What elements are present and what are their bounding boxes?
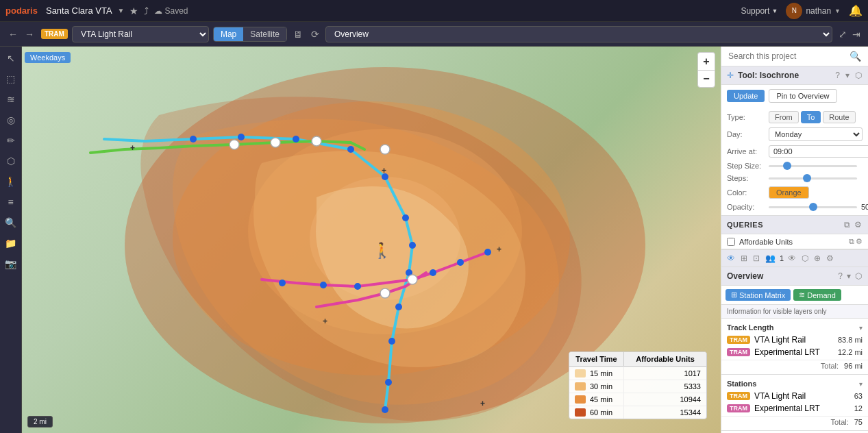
search-input[interactable] (728, 51, 845, 61)
zoom-in-btn[interactable]: + (697, 52, 715, 70)
expand-btns: ⤢ ⇥ (836, 27, 863, 42)
fullscreen-icon[interactable]: ⇥ (850, 27, 863, 42)
layer-settings-btn[interactable]: ⚙ (825, 252, 835, 264)
select-icon[interactable]: ⬚ (4, 71, 17, 86)
zoom-search-icon[interactable]: 🔍 (3, 215, 18, 230)
layer-stack-btn[interactable]: ⊞ (739, 252, 749, 264)
travel-legend: Travel Time Affordable Units 15 min 1017… (569, 351, 707, 419)
step-size-label: Step Size: (727, 162, 765, 170)
scale-bar: 2 mi (27, 416, 53, 428)
redo-toolbar-btn[interactable]: → (22, 27, 37, 41)
track-total-row: Total: 96 mi (721, 360, 868, 371)
user-dropdown-icon: ▼ (834, 8, 841, 14)
draw-icon[interactable]: ✏ (5, 133, 17, 148)
type-to-btn[interactable]: To (801, 111, 821, 123)
star-icon[interactable]: ★ (129, 5, 138, 16)
cloud-icon: ☁ (154, 6, 162, 16)
queries-copy-btn[interactable]: ⧉ (843, 219, 851, 230)
query-gear-btn[interactable]: ⚙ (856, 237, 863, 246)
station-row-0: TRAM VTA Light Rail 63 (721, 390, 868, 402)
search-bar: 🔍 (721, 47, 868, 66)
day-select[interactable]: Monday (769, 127, 863, 141)
overview-help-btn[interactable]: ? (837, 271, 843, 282)
opacity-value: 50% (860, 203, 868, 211)
track-length-header[interactable]: Track Length ▾ (721, 321, 868, 334)
stations-header[interactable]: Stations ▾ (721, 378, 868, 390)
tab-station-matrix[interactable]: ⊞ Station Matrix (726, 289, 791, 301)
transit-tool-icon[interactable]: 🚶 (3, 174, 18, 189)
map-btn[interactable]: Map (214, 27, 243, 41)
layer-eye-btn[interactable]: 👁 (726, 252, 736, 264)
expand-icon[interactable]: ⤢ (836, 27, 849, 42)
tool-expand-btn[interactable]: ▾ (845, 70, 850, 81)
overview-tabs: ⊞ Station Matrix ≋ Demand (721, 286, 868, 305)
layer-export-btn[interactable]: ⬡ (800, 252, 810, 264)
user-name[interactable]: nathan (806, 6, 831, 16)
update-btn[interactable]: Update (727, 90, 765, 102)
query-name: Affordable Units (739, 238, 845, 246)
map-area[interactable]: 🚶 + + + + + + Weekdays + − 2 mi Travel T… (22, 47, 721, 433)
steps-row: Steps: 4 (727, 174, 863, 182)
files-icon[interactable]: 📁 (3, 236, 18, 251)
tool-actions: Update Pin to Overview (721, 85, 868, 107)
tool-help-btn[interactable]: ? (834, 70, 841, 81)
node-tool-icon[interactable]: ⬡ (5, 153, 17, 169)
support-btn[interactable]: Support ▼ (741, 6, 778, 16)
type-buttons: From To Route (769, 111, 856, 123)
capture-icon[interactable]: 📷 (3, 256, 18, 271)
type-from-btn[interactable]: From (769, 111, 799, 123)
undo-toolbar-btn[interactable]: ← (5, 27, 21, 41)
queries-settings-btn[interactable]: ⚙ (854, 219, 863, 230)
pin-btn[interactable]: Pin to Overview (769, 89, 836, 103)
legend-time-1: 30 min (590, 382, 612, 391)
step-size-slider[interactable] (769, 165, 857, 167)
legend-row-2: 45 min 10944 (569, 393, 706, 406)
location-icon[interactable]: ◎ (5, 112, 17, 127)
arrive-label: Arrive at: (727, 147, 765, 156)
satellite-btn[interactable]: Satellite (243, 27, 286, 41)
query-checkbox[interactable] (727, 238, 735, 246)
layer-count: 1 (780, 254, 784, 262)
share-icon[interactable]: ⤴ (144, 5, 149, 16)
zoom-out-btn[interactable]: − (697, 70, 715, 88)
notification-icon[interactable]: 🔔 (849, 4, 863, 17)
queries-title: QUERIES (727, 221, 841, 229)
day-row: Day: Monday (727, 127, 863, 141)
weekdays-badge[interactable]: Weekdays (25, 52, 71, 63)
cursor-tool-icon[interactable]: ↖ (5, 51, 17, 66)
refresh-icon[interactable]: ⟳ (309, 27, 321, 42)
layer-table-btn[interactable]: ⊡ (752, 252, 761, 264)
opacity-slider[interactable] (769, 206, 857, 208)
color-swatch[interactable]: Orange (769, 186, 809, 199)
legend-row-3: 60 min 15344 (569, 406, 706, 419)
step-size-value: 15 (860, 162, 868, 170)
opacity-row: Opacity: 50% (727, 203, 863, 211)
station-value-0: 63 (854, 392, 863, 400)
route-icon[interactable]: ≋ (5, 92, 17, 107)
view-select[interactable]: Overview (325, 26, 832, 42)
layer-group-btn[interactable]: 👥 (764, 252, 777, 264)
project-dropdown-icon[interactable]: ▼ (118, 7, 125, 14)
legend-units-2: 10944 (630, 395, 701, 404)
table-icon: ⊞ (731, 290, 737, 299)
layer-icons-row: 👁 ⊞ ⊡ 👥 1 👁 ⬡ ⊕ ⚙ (721, 249, 868, 267)
user-menu[interactable]: N nathan ▼ (786, 3, 841, 19)
overview-expand-btn[interactable]: ▾ (846, 271, 852, 282)
timetable-icon[interactable]: ≡ (5, 195, 15, 210)
query-copy-btn[interactable]: ⧉ (849, 237, 854, 246)
steps-slider[interactable] (769, 177, 857, 180)
tool-pop-btn[interactable]: ⬡ (854, 70, 863, 81)
layer-select[interactable]: VTA Light Rail (72, 26, 209, 42)
search-icon[interactable]: 🔍 (850, 51, 861, 62)
tab-demand[interactable]: ≋ Demand (793, 289, 841, 301)
project-name[interactable]: Santa Clara VTA (46, 5, 112, 16)
screen-icon[interactable]: 🖥 (291, 27, 305, 42)
layer-vis-btn[interactable]: 👁 (786, 252, 797, 264)
type-route-btn[interactable]: Route (823, 111, 855, 123)
arrive-input[interactable] (769, 145, 868, 158)
overview-pop-btn[interactable]: ⬡ (854, 271, 863, 282)
track-tram-badge-1: TRAM (727, 348, 750, 356)
legend-row-1: 30 min 5333 (569, 380, 706, 393)
track-value-0: 83.8 mi (838, 336, 863, 344)
layer-dl-btn[interactable]: ⊕ (813, 252, 822, 264)
